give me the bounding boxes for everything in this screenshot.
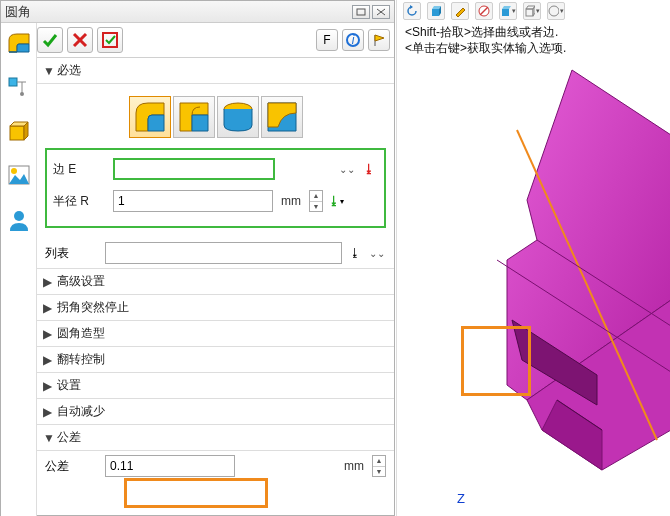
fillet-type-1[interactable] — [129, 96, 171, 138]
svg-point-12 — [14, 211, 24, 221]
info-button[interactable]: i — [342, 29, 364, 51]
radius-row: 半径 R mm ▲▼ ⭳▾ — [53, 188, 378, 214]
fillet-type-2[interactable] — [173, 96, 215, 138]
tolerance-row: 公差 mm ▲▼ — [37, 451, 394, 481]
collapsed-sections: ▶高级设置 ▶拐角突然停止 ▶圆角造型 ▶翻转控制 ▶设置 ▶自动减少 ▼公差 — [37, 269, 394, 451]
radius-download-icon[interactable]: ⭳▾ — [327, 192, 345, 210]
model-geometry — [397, 0, 670, 516]
person-icon[interactable] — [6, 207, 32, 233]
fillet-feature-icon[interactable] — [6, 31, 32, 57]
tolerance-unit: mm — [340, 459, 368, 473]
collapse-icon: ▼ — [43, 64, 53, 78]
required-label: 必选 — [57, 62, 81, 79]
radius-input[interactable] — [113, 190, 273, 212]
svg-rect-0 — [357, 9, 365, 15]
left-icon-strip — [1, 23, 37, 516]
section-flip-control[interactable]: ▶翻转控制 — [37, 347, 394, 373]
section-corner-stop[interactable]: ▶拐角突然停止 — [37, 295, 394, 321]
ok-button[interactable] — [37, 27, 63, 53]
list-input[interactable] — [105, 242, 342, 264]
edge-row: 边 E ⌄⌄ ⭳ — [53, 156, 378, 182]
svg-marker-9 — [24, 122, 28, 140]
required-section-header[interactable]: ▼ 必选 — [37, 58, 394, 84]
radius-spinner[interactable]: ▲▼ — [309, 190, 323, 212]
radius-label: 半径 R — [53, 193, 109, 210]
list-label: 列表 — [45, 245, 101, 262]
window-restore-button[interactable] — [352, 5, 370, 19]
radius-unit: mm — [277, 194, 305, 208]
cancel-button[interactable] — [67, 27, 93, 53]
section-settings[interactable]: ▶设置 — [37, 373, 394, 399]
fillet-type-row — [45, 96, 386, 138]
section-advanced[interactable]: ▶高级设置 — [37, 269, 394, 295]
svg-point-11 — [11, 168, 17, 174]
apply-icon — [102, 32, 118, 48]
list-row: 列表 ⭳ ⌄⌄ — [37, 238, 394, 269]
check-icon — [42, 32, 58, 48]
landscape-icon[interactable] — [6, 163, 32, 189]
window-title: 圆角 — [5, 3, 31, 21]
axis-z-label: Z — [457, 491, 465, 506]
tree-icon[interactable] — [6, 75, 32, 101]
action-toolbar: F i — [37, 23, 394, 58]
f-button[interactable]: F — [316, 29, 338, 51]
svg-rect-15 — [103, 33, 117, 47]
edge-label: 边 E — [53, 161, 109, 178]
required-section-body: 边 E ⌄⌄ ⭳ 半径 R mm ▲▼ ⭳▾ — [37, 84, 394, 238]
list-download-icon[interactable]: ⭳ — [346, 244, 364, 262]
flag-button[interactable] — [368, 29, 390, 51]
tolerance-spinner[interactable]: ▲▼ — [372, 455, 386, 477]
content-column: F i ▼ 必选 — [37, 23, 394, 515]
box-icon[interactable] — [6, 119, 32, 145]
list-expand-icon[interactable]: ⌄⌄ — [368, 244, 386, 262]
section-auto-reduce[interactable]: ▶自动减少 — [37, 399, 394, 425]
edge-download-icon[interactable]: ⭳ — [360, 160, 378, 178]
tolerance-input[interactable] — [105, 455, 235, 477]
svg-point-6 — [20, 92, 24, 96]
fillet-type-3[interactable] — [217, 96, 259, 138]
tolerance-label: 公差 — [45, 458, 101, 475]
section-fillet-shape[interactable]: ▶圆角造型 — [37, 321, 394, 347]
info-icon: i — [346, 33, 360, 47]
edge-expand-icon[interactable]: ⌄⌄ — [338, 160, 356, 178]
titlebar: 圆角 — [1, 1, 394, 23]
svg-text:i: i — [352, 33, 355, 47]
window-close-button[interactable] — [372, 5, 390, 19]
primary-input-group: 边 E ⌄⌄ ⭳ 半径 R mm ▲▼ ⭳▾ — [45, 148, 386, 228]
edge-input[interactable] — [113, 158, 275, 180]
apply-button[interactable] — [97, 27, 123, 53]
fillet-type-4[interactable] — [261, 96, 303, 138]
svg-rect-3 — [9, 78, 17, 86]
section-tolerance-header[interactable]: ▼公差 — [37, 425, 394, 451]
flag-icon — [372, 33, 386, 47]
3d-viewport[interactable]: ▾ ▾ ▾ <Shift-拾取>选择曲线或者边. <单击右键>获取实体输入选项.… — [396, 0, 670, 516]
fillet-panel: 圆角 — [0, 0, 395, 516]
x-icon — [72, 32, 88, 48]
svg-rect-7 — [10, 126, 24, 140]
